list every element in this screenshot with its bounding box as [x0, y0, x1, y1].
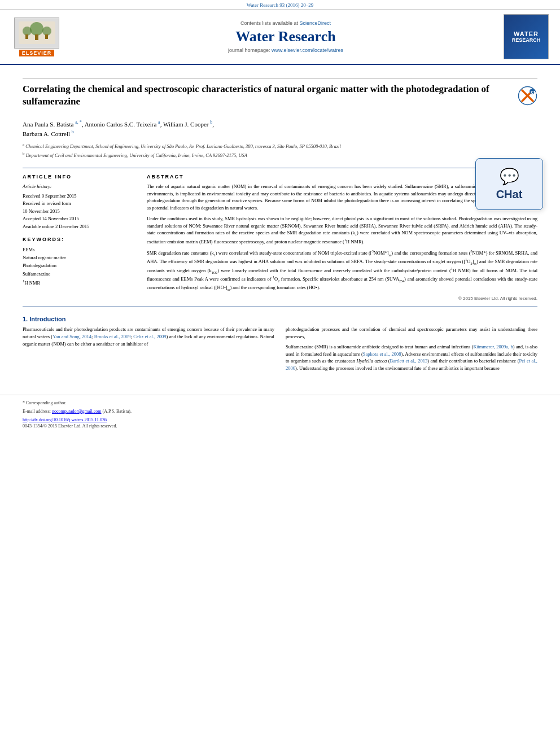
svg-rect-2 [35, 34, 38, 40]
issn-line: 0043-1354/© 2015 Elsevier Ltd. All right… [23, 423, 537, 429]
page-footer: * Corresponding author. E-mail address: … [0, 395, 560, 433]
affiliation-a: a Chemical Engineering Department, Schoo… [23, 142, 537, 150]
article-title-area: Correlating the chemical and spectroscop… [23, 83, 537, 113]
doi-link[interactable]: http://dx.doi.org/10.1016/j.watres.2015.… [23, 417, 107, 422]
article-content: Correlating the chemical and spectroscop… [0, 65, 560, 383]
accepted-date: Accepted 14 November 2015 [23, 215, 135, 223]
svg-point-4 [42, 27, 51, 36]
journal-header: ELSEVIER Contents lists available at Sci… [0, 10, 560, 65]
keywords-list: EEMs Natural organic matter Photodegrada… [23, 246, 135, 287]
author-2: Antonio Carlos S.C. Teixeira a [85, 121, 160, 128]
doi-line: http://dx.doi.org/10.1016/j.watres.2015.… [23, 417, 537, 422]
author-3: William J. Cooper b [163, 121, 212, 128]
keyword-5: 1H NMR [23, 278, 135, 287]
elsevier-brand-text: ELSEVIER [19, 50, 55, 56]
corresponding-author-note: * Corresponding author. [23, 400, 537, 407]
svg-rect-6 [45, 34, 48, 39]
copyright-line: © 2015 Elsevier Ltd. All rights reserved… [147, 295, 537, 302]
ref-sapkota[interactable]: Sapkota et al., 2008 [363, 351, 401, 357]
homepage-line: journal homepage: www.elsevier.com/locat… [68, 47, 504, 53]
crossmark-icon[interactable]: CM [518, 86, 537, 106]
keyword-1: EEMs [23, 246, 135, 254]
introduction-heading: 1. Introduction [23, 316, 537, 322]
email-link[interactable]: nocomputador@gmail.com [52, 409, 102, 414]
affiliation-b: b Department of Civil and Environmental … [23, 151, 537, 159]
email-note: E-mail address: nocomputador@gmail.com (… [23, 408, 537, 415]
svg-text:CM: CM [531, 90, 537, 94]
ref-kummerer[interactable]: Kümmerer, 2009a, b [473, 344, 513, 350]
homepage-link[interactable]: www.elsevier.com/locate/watres [272, 47, 343, 53]
keywords-section: Keywords: EEMs Natural organic matter Ph… [23, 237, 135, 287]
article-history: Article history: Received 9 September 20… [23, 183, 135, 231]
abstract-paragraph-3: SMR degradation rate constants (k1) were… [147, 249, 537, 292]
journal-title: Water Research [68, 28, 504, 45]
elsevier-logo-area: ELSEVIER [11, 18, 62, 56]
keyword-2: Natural organic matter [23, 254, 135, 261]
article-info-abstract-section: Article info Article history: Received 9… [23, 174, 537, 303]
author-4: Barbara A. Cottrell b [23, 130, 74, 137]
intro-left-col: Pharmaceuticals and their photodegradati… [23, 326, 274, 375]
elsevier-logo-image [14, 18, 59, 49]
svg-point-1 [30, 22, 43, 36]
ref-yan-song[interactable]: Yan and Song, 2014 [53, 334, 91, 339]
ref-brooks[interactable]: Brooks et al., 2009 [94, 334, 131, 339]
water-research-logo: WATER RESEARCH [504, 14, 549, 59]
journal-citation: Water Research 93 (2016) 20–29 [0, 0, 560, 10]
svg-rect-5 [25, 34, 28, 39]
chat-icon: 💬 [490, 167, 528, 186]
keyword-4: Sulfamerazine [23, 270, 135, 278]
intro-para-right-2: Sulfamerazine (SMR) is a sulfonamide ant… [286, 343, 537, 372]
divider-main [23, 168, 537, 168]
keywords-label: Keywords: [23, 237, 135, 242]
intro-para-right-1: photodegradation processes and the corre… [286, 326, 537, 340]
divider-top [23, 78, 537, 78]
history-label: Article history: [23, 183, 135, 191]
intro-left-text: Pharmaceuticals and their photodegradati… [23, 326, 274, 347]
citation-text: Water Research 93 (2016) 20–29 [247, 2, 314, 8]
ref-bartlett[interactable]: Bartlett et al., 2013 [390, 358, 428, 364]
authors-line: Ana Paula S. Batista a, *, Antonio Carlo… [23, 119, 537, 138]
received-date: Received 9 September 2015 [23, 193, 135, 200]
intro-right-text: photodegradation processes and the corre… [286, 326, 537, 372]
keyword-3: Photodegradation [23, 261, 135, 269]
ref-celiz[interactable]: Celiz et al., 2009 [133, 334, 166, 339]
abstract-paragraph-2: Under the conditions used in this study,… [147, 215, 537, 246]
introduction-two-col: Pharmaceuticals and their photodegradati… [23, 326, 537, 375]
article-title-text: Correlating the chemical and spectroscop… [23, 83, 512, 108]
article-info-label: Article info [23, 174, 135, 180]
affiliations: a Chemical Engineering Department, Schoo… [23, 142, 537, 159]
intro-para-1: Pharmaceuticals and their photodegradati… [23, 326, 274, 347]
received-revised-date: 10 November 2015 [23, 208, 135, 216]
sciencedirect-link[interactable]: ScienceDirect [300, 20, 331, 26]
contents-availability: Contents lists available at ScienceDirec… [68, 20, 504, 26]
available-online-date: Available online 2 December 2015 [23, 223, 135, 231]
received-revised-label: Received in revised form [23, 200, 135, 208]
introduction-section: 1. Introduction Pharmaceuticals and thei… [23, 316, 537, 375]
chat-label: CHat [496, 188, 523, 200]
chat-button[interactable]: 💬 CHat [475, 158, 543, 210]
intro-right-col: photodegradation processes and the corre… [286, 326, 537, 375]
article-title: Correlating the chemical and spectroscop… [23, 83, 512, 108]
divider-sections [23, 307, 537, 307]
journal-center-info: Contents lists available at ScienceDirec… [68, 20, 504, 53]
author-1: Ana Paula S. Batista a, * [23, 121, 82, 128]
svg-point-3 [23, 27, 32, 36]
article-info-column: Article info Article history: Received 9… [23, 174, 135, 303]
